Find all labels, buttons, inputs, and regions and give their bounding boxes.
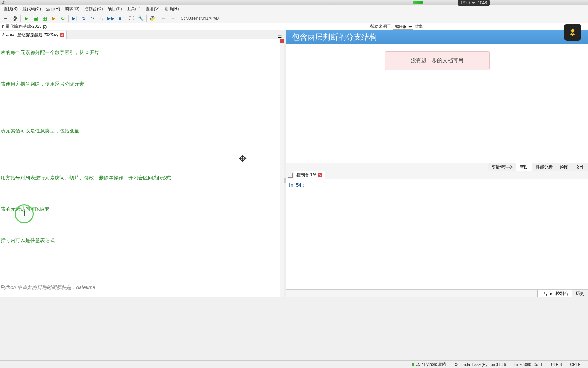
right-pane-tabs: 变量管理器 帮助 性能分析 绘图 文件 xyxy=(286,163,588,171)
tab-ipython-console[interactable]: IPython控制台 xyxy=(537,290,572,297)
vertical-splitter[interactable] xyxy=(284,30,286,297)
right-pane: 包含两层判断的分支结构 没有进一步的文档可用 变量管理器 帮助 性能分析 绘图 … xyxy=(286,30,588,297)
status-dot-icon xyxy=(412,363,414,366)
run-cell-advance-icon[interactable]: ▦ xyxy=(40,14,49,22)
menu-project[interactable]: 项目(P) xyxy=(106,5,124,13)
stop-icon[interactable]: ■ xyxy=(116,14,124,22)
help-no-doc-message: 没有进一步的文档可用 xyxy=(385,51,490,70)
breadcrumb-bar: n 量化编程基础-2023.py 帮助来源于 编辑器 对象 xyxy=(0,23,588,30)
help-source-select[interactable]: 编辑器 xyxy=(393,24,413,30)
file-tab-label: Python 量化编程基础-2023.py xyxy=(2,32,58,38)
step-into-icon[interactable]: ↴ xyxy=(79,14,88,22)
step-icon[interactable]: ▶| xyxy=(70,14,79,22)
status-conda[interactable]: ⚙conda: base (Python 3.8.8) xyxy=(450,362,510,367)
code-editor[interactable]: 表的每个元素都分配一个数字索引，从 0 开始 表使用方括号创建，使用逗号分隔元素… xyxy=(0,39,284,297)
tab-plot[interactable]: 绘图 xyxy=(556,163,572,171)
menu-debug[interactable]: 调试(D) xyxy=(63,5,81,13)
status-bar: LSP Python: 就绪 ⚙conda: base (Python 3.8.… xyxy=(0,360,588,368)
run-icon[interactable]: ▶ xyxy=(22,14,31,22)
resolution-badge: 1920 ⬲ 1048 xyxy=(458,0,490,6)
continue-icon[interactable]: ▶▶ xyxy=(107,14,115,22)
forward-icon[interactable]: → xyxy=(169,14,177,22)
editor-tab-bar: Python 量化编程基础-2023.py ✕ ☰ xyxy=(0,30,284,39)
editor-scrollbar[interactable] xyxy=(280,39,284,297)
at-icon[interactable]: @ xyxy=(11,14,19,22)
spyder-logo-icon xyxy=(564,24,581,41)
editor-pane: Python 量化编程基础-2023.py ✕ ☰ 表的每个元素都分配一个数字索… xyxy=(0,30,284,297)
tab-var-manager[interactable]: 变量管理器 xyxy=(488,163,516,171)
help-body: 没有进一步的文档可用 xyxy=(286,44,588,163)
menu-find[interactable]: 查找(S) xyxy=(1,5,20,13)
console-pane-tabs: IPython控制台 历史 xyxy=(286,289,588,297)
help-from-label: 帮助来源于 xyxy=(370,24,391,29)
status-line-col[interactable]: Line 5080, Col 1 xyxy=(510,362,547,367)
menu-console[interactable]: 控制台(O) xyxy=(82,5,105,13)
status-eol[interactable]: CRLF xyxy=(566,362,584,367)
gear-icon: ⚙ xyxy=(454,362,458,367)
menu-tools[interactable]: 工具(T) xyxy=(125,5,142,13)
tab-help[interactable]: 帮助 xyxy=(516,163,532,171)
tab-menu-icon[interactable]: ☰ xyxy=(278,33,282,39)
rerun-icon[interactable]: ↻ xyxy=(59,14,67,22)
title-bar: .8) 1920 ⬲ 1048 xyxy=(0,0,588,5)
menu-bar: 查找(S) 源代码(C) 运行(R) 调试(D) 控制台(O) 项目(P) 工具… xyxy=(0,5,588,13)
run-selection-icon[interactable]: ▶ xyxy=(49,14,58,22)
step-out-icon[interactable]: ↳ xyxy=(98,14,106,22)
tool-bar: ≣ @ ▶ ▣ ▦ ▶ ↻ ▶| ↴ ↷ ↳ ▶▶ ■ ⛶ 🔧 ← → C:\U… xyxy=(0,13,588,23)
link-icon: ⬲ xyxy=(472,1,475,5)
close-icon[interactable]: ✕ xyxy=(318,173,322,177)
back-icon[interactable]: ← xyxy=(160,14,168,22)
ipython-console[interactable]: In [54]: xyxy=(286,179,588,289)
help-header: 包含两层判断的分支结构 xyxy=(286,30,588,44)
menu-source[interactable]: 源代码(C) xyxy=(20,5,43,13)
working-dir: C:\Users\MIAPAD xyxy=(181,16,219,21)
status-lsp[interactable]: LSP Python: 就绪 xyxy=(407,362,450,367)
close-icon[interactable]: ✕ xyxy=(60,33,64,37)
menu-help[interactable]: 帮助(H) xyxy=(162,5,181,13)
step-over-icon[interactable]: ↷ xyxy=(88,14,97,22)
help-object-label: 对象 xyxy=(415,24,423,29)
console-tab-label: 控制台 1/A xyxy=(296,172,316,178)
tab-history[interactable]: 历史 xyxy=(572,290,588,297)
battery-indicator xyxy=(413,1,423,4)
console-tab-bar: ▭ 控制台 1/A ✕ xyxy=(286,171,588,179)
help-title: 包含两层判断的分支结构 xyxy=(292,32,377,42)
file-tab[interactable]: Python 量化编程基础-2023.py ✕ xyxy=(0,31,67,39)
console-tab[interactable]: 控制台 1/A ✕ xyxy=(294,171,325,179)
outline-icon[interactable]: ≣ xyxy=(1,14,10,22)
title-fragment: .8) xyxy=(1,0,5,4)
python-icon[interactable] xyxy=(148,14,156,22)
run-cell-icon[interactable]: ▣ xyxy=(31,14,40,22)
console-expand-icon[interactable]: ▭ xyxy=(288,173,293,178)
status-encoding[interactable]: UTF-8 xyxy=(547,362,566,367)
breadcrumb-text: n 量化编程基础-2023.py xyxy=(2,24,47,29)
settings-icon[interactable]: 🔧 xyxy=(136,14,145,22)
maximize-icon[interactable]: ⛶ xyxy=(127,14,136,22)
menu-view[interactable]: 查看(V) xyxy=(143,5,162,13)
tab-profiler[interactable]: 性能分析 xyxy=(532,163,556,171)
tab-files[interactable]: 文件 xyxy=(572,163,588,171)
menu-run[interactable]: 运行(R) xyxy=(44,5,62,13)
